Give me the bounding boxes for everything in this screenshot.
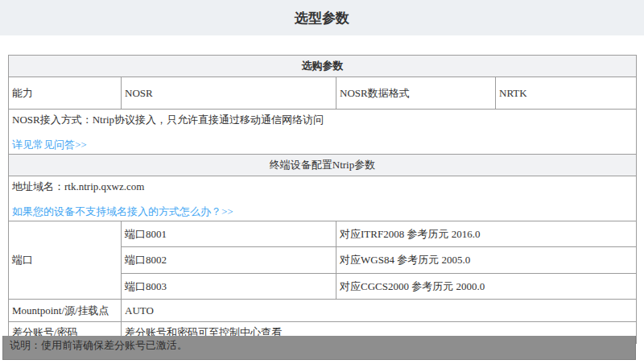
nosr-cell: NOSR: [122, 77, 336, 110]
page-title: 选型参数: [0, 0, 644, 27]
nosr-access-text: NOSR接入方式：Ntrip协议接入，只允许直接通过移动通信网络访问: [12, 113, 633, 127]
faq-link[interactable]: 详见常见问答>>: [12, 138, 87, 152]
port-8002-cell: 端口8002: [122, 247, 336, 274]
ntrip-config-header-row: 终端设备配置Ntrip参数: [9, 155, 637, 176]
port-8003-cell: 端口8003: [122, 274, 336, 300]
port-row-1: 端口 端口8001 对应ITRF2008 参考历元 2016.0: [9, 221, 637, 247]
address-row: 地址域名：rtk.ntrip.qxwz.com 如果您的设备不支持域名接入的方式…: [9, 176, 637, 221]
mountpoint-row: Mountpoint/源/挂载点 AUTO: [9, 300, 637, 322]
port-8002-desc-cell: 对应WGS84 参考历元 2005.0: [336, 247, 637, 274]
capability-row: 能力 NOSR NOSR数据格式 NRTK: [9, 77, 637, 110]
domain-unsupported-link[interactable]: 如果您的设备不支持域名接入的方式怎么办？>>: [12, 205, 233, 219]
selection-params-table: 选购参数 能力 NOSR NOSR数据格式 NRTK NOSR接入方式：Ntri…: [8, 55, 637, 344]
port-8001-cell: 端口8001: [122, 221, 336, 247]
nosr-access-cell: NOSR接入方式：Ntrip协议接入，只允许直接通过移动通信网络访问 详见常见问…: [9, 110, 637, 155]
nrtk-cell: NRTK: [496, 77, 637, 110]
purchase-params-header: 选购参数: [9, 56, 637, 77]
nosr-data-format-cell: NOSR数据格式: [336, 77, 496, 110]
purchase-params-header-row: 选购参数: [9, 56, 637, 77]
mountpoint-value-cell: AUTO: [122, 300, 637, 322]
address-domain-text: 地址域名：rtk.ntrip.qxwz.com: [12, 180, 633, 194]
mountpoint-label-cell: Mountpoint/源/挂载点: [9, 300, 122, 322]
capability-label-cell: 能力: [9, 77, 122, 110]
port-8003-desc-cell: 对应CGCS2000 参考历元 2000.0: [336, 274, 637, 300]
nosr-access-row: NOSR接入方式：Ntrip协议接入，只允许直接通过移动通信网络访问 详见常见问…: [9, 110, 637, 155]
activation-note: 说明：使用前请确保差分账号已激活。: [2, 336, 636, 360]
port-8001-desc-cell: 对应ITRF2008 参考历元 2016.0: [336, 221, 637, 247]
port-label-cell: 端口: [9, 221, 122, 300]
address-cell: 地址域名：rtk.ntrip.qxwz.com 如果您的设备不支持域名接入的方式…: [9, 176, 637, 221]
ntrip-config-header: 终端设备配置Ntrip参数: [9, 155, 637, 176]
title-band: 选型参数: [0, 0, 644, 35]
